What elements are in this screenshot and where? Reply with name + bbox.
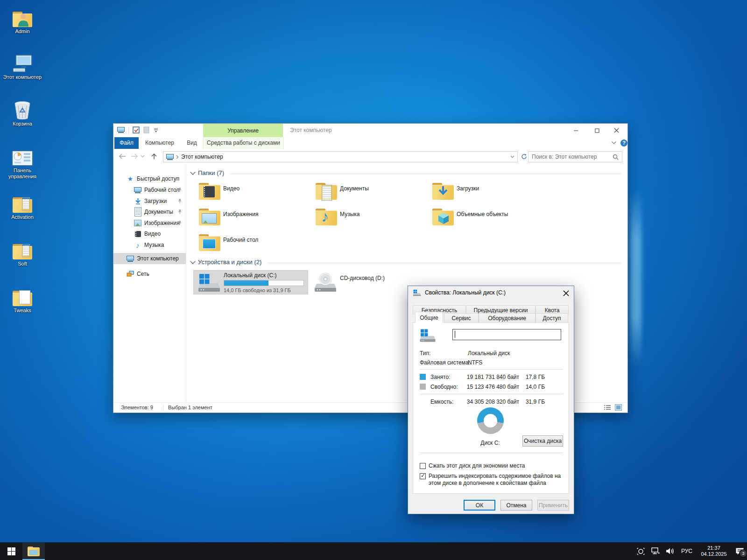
devices-section-header[interactable]: Устройства и диски (2) [191,259,261,266]
vm-tools-tray-icon[interactable] [637,547,645,555]
details-view-icon[interactable] [604,405,611,410]
desktop-icon-tweaks[interactable]: Tweaks [2,286,43,314]
sidebar-item-pictures[interactable]: Изображения [113,218,186,228]
sidebar-item-documents[interactable]: Документы [113,207,186,217]
tab-drive-tools[interactable]: Средства работы с дисками [203,137,284,149]
folder-tile-downloads[interactable]: Загрузки [427,182,542,205]
help-icon[interactable]: ? [620,140,627,147]
desktop-icon-recycle-bin[interactable]: Корзина [2,99,43,127]
sidebar-item-desktop[interactable]: Рабочий стол [113,185,186,195]
address-dropdown-icon[interactable] [510,155,514,158]
hard-drive-icon [413,289,421,296]
sidebar-item-downloads[interactable]: Загрузки [113,196,186,206]
refresh-button[interactable] [520,152,528,161]
network-icon [127,270,134,278]
new-folder-qat-icon[interactable] [143,126,149,133]
folder-tile-documents[interactable]: Документы [310,182,425,205]
sidebar-item-quick-access[interactable]: ★ Быстрый доступ [113,174,186,184]
contextual-tab-header[interactable]: Управление [203,124,283,137]
cancel-button[interactable]: Отмена [500,500,532,511]
document-icon [22,244,30,257]
desktop-icon-activation[interactable]: Activation [2,192,43,220]
disk-cleanup-button[interactable]: Очистка диска [522,435,563,447]
system-tray: РУС 21:37 04.12.2025 3 [637,542,744,560]
folder-tile-music[interactable]: ♪ Музыка [310,207,425,231]
tab-computer[interactable]: Компьютер [144,137,175,149]
window-title: Этот компьютер [290,127,332,133]
drive-usage-bar [224,280,304,286]
language-indicator[interactable]: РУС [681,548,692,554]
disk-usage-donut-chart [477,407,504,434]
forward-button[interactable] [130,152,139,161]
desktop-icon-admin[interactable]: Admin [2,7,43,35]
recent-locations-dropdown-icon[interactable] [140,152,145,161]
desktop-icon-soft[interactable]: Soft [2,239,43,267]
desktop-icon-label: Admin [2,28,43,35]
tab-general[interactable]: Общие [415,312,443,323]
star-icon: ★ [127,175,134,182]
explorer-titlebar[interactable]: Управление Этот компьютер [113,124,627,137]
index-checkbox[interactable]: ✓ [420,473,426,479]
dialog-close-button[interactable] [562,289,570,297]
compress-checkbox-row: ✓ Сжать этот диск для экономии места [420,462,564,469]
sidebar-item-music[interactable]: ♪ Музыка [113,240,186,250]
tab-sharing[interactable]: Доступ [536,313,568,322]
sidebar-item-network[interactable]: Сеть [113,269,186,279]
tab-hardware[interactable]: Оборудование [479,313,536,322]
drive-c-tile[interactable]: Локальный диск (C:) 14,0 ГБ свободно из … [193,270,308,294]
network-tray-icon[interactable] [651,547,660,555]
film-icon [204,186,215,197]
compress-checkbox[interactable]: ✓ [420,463,426,469]
type-row: Тип: Локальный диск [420,350,562,357]
address-bar[interactable]: Этот компьютер [163,151,518,162]
customize-qat-dropdown-icon[interactable] [153,128,159,133]
date: 04.12.2025 [701,551,726,557]
sidebar-item-videos[interactable]: Видео [113,229,186,239]
folder-tile-videos[interactable]: Видео [193,182,308,205]
dialog-titlebar[interactable]: Свойства: Локальный диск (C:) [408,286,574,299]
start-button[interactable] [0,542,22,560]
person-icon [17,13,29,27]
tab-file[interactable]: Файл [114,137,139,149]
properties-qat-icon[interactable] [133,126,140,133]
tab-view[interactable]: Вид [183,137,200,149]
large-icons-view-icon[interactable] [615,404,622,411]
control-panel-icon [12,150,33,166]
up-button[interactable] [150,152,158,161]
maximize-button[interactable] [586,124,608,137]
navigation-pane: ★ Быстрый доступ Рабочий стол Загрузки Д… [113,164,186,403]
action-center-button[interactable]: 3 [735,547,744,555]
sidebar-item-this-pc[interactable]: Этот компьютер [113,253,186,264]
minimize-button[interactable] [565,124,586,137]
tab-tools[interactable]: Сервис [444,313,479,322]
desktop-icon-this-pc[interactable]: Этот компьютер [2,52,43,80]
folder-tile-desktop[interactable]: Рабочий стол [193,233,308,256]
collapse-chevron-icon[interactable] [190,259,195,264]
pin-icon [177,220,182,225]
close-button[interactable] [606,124,627,137]
volume-label-input[interactable] [452,329,561,340]
volume-tray-icon[interactable] [666,547,675,555]
search-icon[interactable] [613,154,619,160]
folders-section-header[interactable]: Папки (7) [191,169,224,176]
cd-drive-name: CD-дисковод (D:) [340,275,385,281]
taskbar-clock[interactable]: 21:37 04.12.2025 [698,545,729,557]
user-folder-icon [13,12,32,27]
ribbon-collapse-chevron-icon[interactable] [611,141,617,145]
search-box[interactable]: Поиск в: Этот компьютер [528,151,622,162]
drive-usage-fill [224,280,268,286]
folder-tile-3d-objects[interactable]: Объемные объекты [427,207,542,231]
drive-free-space: 14,0 ГБ свободно из 31,9 ГБ [224,287,291,293]
back-button[interactable] [118,152,127,161]
collapse-chevron-icon[interactable] [190,169,195,175]
ok-button[interactable]: ОК [464,500,495,511]
section-divider [230,174,621,174]
apply-button[interactable]: Применить [537,500,569,511]
folder-tile-pictures[interactable]: Изображения [193,207,308,231]
download-arrow-icon [134,197,141,205]
folder-icon [13,244,32,259]
desktop-icon-control-panel[interactable]: Панель управления [2,146,43,180]
taskbar-file-explorer-button[interactable] [22,542,45,560]
music-note-icon: ♪ [134,241,141,249]
desktop-icon-label: Activation [2,214,43,220]
